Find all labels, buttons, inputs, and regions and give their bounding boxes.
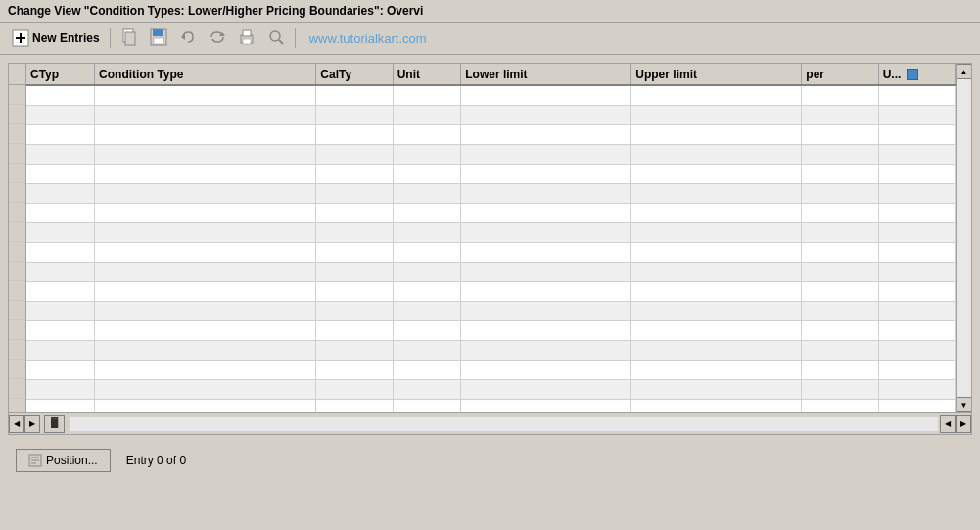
row-selector-17[interactable]	[9, 399, 25, 412]
row-selector-9[interactable]	[9, 242, 25, 262]
table-cell-calty[interactable]	[316, 281, 393, 301]
table-cell-lower_limit[interactable]	[461, 301, 631, 320]
table-cell-u[interactable]	[878, 399, 955, 412]
table-cell-calty[interactable]	[316, 164, 393, 183]
row-selector-8[interactable]	[9, 222, 25, 242]
table-row[interactable]	[26, 399, 956, 412]
table-cell-lower_limit[interactable]	[461, 105, 631, 124]
table-cell-lower_limit[interactable]	[461, 281, 631, 301]
table-row[interactable]	[26, 301, 956, 320]
table-cell-lower_limit[interactable]	[461, 85, 631, 105]
row-selector-13[interactable]	[9, 320, 25, 340]
table-cell-upper_limit[interactable]	[631, 124, 802, 144]
table-cell-ctyp[interactable]	[26, 262, 95, 281]
table-cell-upper_limit[interactable]	[631, 379, 802, 399]
table-cell-ctyp[interactable]	[26, 124, 95, 144]
table-cell-condition_type[interactable]	[95, 105, 316, 124]
table-cell-condition_type[interactable]	[95, 399, 316, 412]
table-cell-calty[interactable]	[316, 262, 393, 281]
position-button[interactable]: Position...	[16, 449, 111, 472]
table-cell-calty[interactable]	[316, 105, 393, 124]
row-selector-6[interactable]	[9, 183, 25, 203]
table-cell-u[interactable]	[878, 183, 955, 203]
table-cell-upper_limit[interactable]	[631, 242, 802, 262]
table-cell-condition_type[interactable]	[95, 340, 316, 360]
table-cell-per[interactable]	[802, 301, 878, 320]
table-cell-ctyp[interactable]	[26, 379, 95, 399]
table-cell-u[interactable]	[878, 262, 955, 281]
table-cell-lower_limit[interactable]	[461, 262, 631, 281]
table-cell-per[interactable]	[802, 379, 878, 399]
table-cell-upper_limit[interactable]	[631, 105, 802, 124]
table-row[interactable]	[26, 379, 956, 399]
table-cell-condition_type[interactable]	[95, 183, 316, 203]
row-selector-7[interactable]	[9, 203, 25, 222]
table-cell-per[interactable]	[802, 262, 878, 281]
table-cell-ctyp[interactable]	[26, 164, 95, 183]
table-cell-upper_limit[interactable]	[631, 222, 802, 242]
table-cell-unit[interactable]	[393, 105, 461, 124]
table-row[interactable]	[26, 360, 956, 379]
table-cell-lower_limit[interactable]	[461, 222, 631, 242]
table-cell-condition_type[interactable]	[95, 203, 316, 222]
table-cell-unit[interactable]	[393, 85, 461, 105]
table-row[interactable]	[26, 164, 956, 183]
table-cell-upper_limit[interactable]	[631, 360, 802, 379]
table-cell-condition_type[interactable]	[95, 164, 316, 183]
table-cell-upper_limit[interactable]	[631, 183, 802, 203]
table-cell-u[interactable]	[878, 340, 955, 360]
scroll-position-button[interactable]: ▓	[44, 415, 65, 433]
scroll-left-button[interactable]: ◀	[9, 415, 24, 433]
table-cell-upper_limit[interactable]	[631, 301, 802, 320]
table-cell-unit[interactable]	[393, 203, 461, 222]
row-selector-1[interactable]	[9, 85, 25, 105]
table-row[interactable]	[26, 144, 956, 164]
table-cell-unit[interactable]	[393, 262, 461, 281]
table-cell-lower_limit[interactable]	[461, 320, 631, 340]
table-row[interactable]	[26, 124, 956, 144]
table-cell-u[interactable]	[878, 320, 955, 340]
table-cell-per[interactable]	[802, 222, 878, 242]
row-selector-14[interactable]	[9, 340, 25, 360]
new-entries-button[interactable]: New Entries	[8, 27, 104, 49]
table-cell-per[interactable]	[802, 340, 878, 360]
table-cell-upper_limit[interactable]	[631, 85, 802, 105]
row-selector-11[interactable]	[9, 281, 25, 301]
column-settings-icon[interactable]	[907, 69, 918, 80]
table-cell-ctyp[interactable]	[26, 183, 95, 203]
table-cell-upper_limit[interactable]	[631, 203, 802, 222]
table-row[interactable]	[26, 340, 956, 360]
table-cell-u[interactable]	[878, 379, 955, 399]
row-selector-15[interactable]	[9, 360, 25, 379]
print-button[interactable]	[234, 26, 259, 50]
table-cell-u[interactable]	[878, 105, 955, 124]
table-cell-u[interactable]	[878, 164, 955, 183]
table-cell-u[interactable]	[878, 222, 955, 242]
table-cell-unit[interactable]	[393, 379, 461, 399]
row-selector-12[interactable]	[9, 301, 25, 320]
row-selector-2[interactable]	[9, 105, 25, 124]
table-row[interactable]	[26, 320, 956, 340]
table-cell-condition_type[interactable]	[95, 360, 316, 379]
row-selector-10[interactable]	[9, 262, 25, 281]
table-cell-calty[interactable]	[316, 301, 393, 320]
refresh-button[interactable]	[205, 26, 230, 50]
table-cell-ctyp[interactable]	[26, 242, 95, 262]
table-cell-per[interactable]	[802, 124, 878, 144]
table-cell-condition_type[interactable]	[95, 281, 316, 301]
table-cell-calty[interactable]	[316, 320, 393, 340]
table-cell-u[interactable]	[878, 203, 955, 222]
table-cell-ctyp[interactable]	[26, 399, 95, 412]
table-cell-ctyp[interactable]	[26, 222, 95, 242]
table-cell-condition_type[interactable]	[95, 320, 316, 340]
table-cell-upper_limit[interactable]	[631, 262, 802, 281]
table-cell-upper_limit[interactable]	[631, 340, 802, 360]
table-row[interactable]	[26, 242, 956, 262]
table-cell-calty[interactable]	[316, 379, 393, 399]
table-cell-unit[interactable]	[393, 124, 461, 144]
table-cell-calty[interactable]	[316, 144, 393, 164]
table-cell-unit[interactable]	[393, 301, 461, 320]
table-cell-unit[interactable]	[393, 360, 461, 379]
table-cell-lower_limit[interactable]	[461, 379, 631, 399]
table-cell-per[interactable]	[802, 85, 878, 105]
